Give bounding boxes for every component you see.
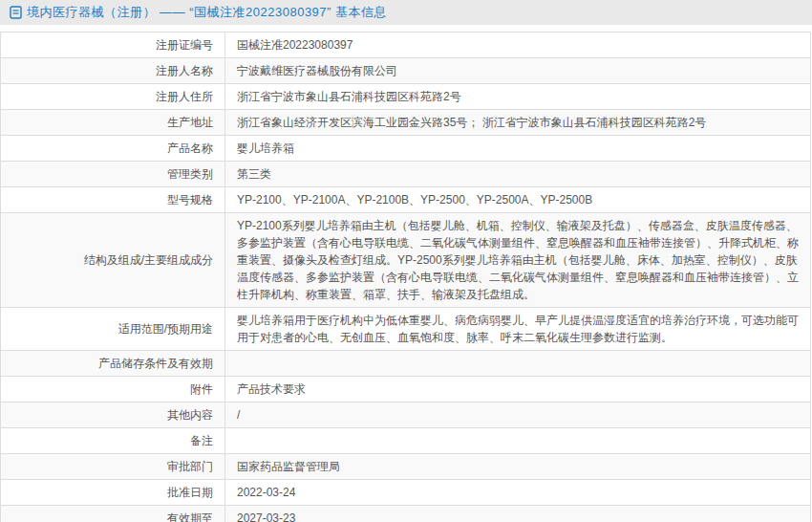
row-value: YP-2100、YP-2100A、YP-2100B、YP-2500、YP-250… (225, 187, 811, 213)
row-value: 国械注准20223080397 (225, 33, 811, 58)
row-label: 其他内容 (1, 402, 225, 428)
table-row: 审批部门 国家药品监督管理局 (1, 454, 811, 480)
table-row: 产品储存条件及有效期 (1, 351, 811, 377)
table-row: 适用范围/预期用途 婴儿培养箱用于医疗机构中为低体重婴儿、病危病弱婴儿、早产儿提… (1, 308, 811, 351)
table-row: 附件 产品技术要求 (1, 377, 811, 402)
row-label: 结构及组成/主要组成成分 (1, 213, 225, 308)
row-value: 产品技术要求 (225, 377, 811, 402)
row-label: 审批部门 (1, 454, 225, 480)
row-label: 注册证编号 (1, 33, 225, 58)
row-value: 浙江省宁波市象山县石浦科技园区科苑路2号 (225, 84, 811, 110)
row-label: 注册人名称 (1, 58, 225, 84)
row-value (225, 428, 811, 454)
table-row: 其他内容 / (1, 402, 811, 428)
table-row: 注册人名称 宁波戴维医疗器械股份有限公司 (1, 58, 811, 84)
basic-info-table: 注册证编号 国械注准20223080397 注册人名称 宁波戴维医疗器械股份有限… (0, 32, 811, 522)
table-row: 注册证编号 国械注准20223080397 (1, 33, 811, 58)
row-value: 宁波戴维医疗器械股份有限公司 (225, 58, 811, 84)
row-value: / (225, 402, 811, 428)
row-value (225, 351, 811, 377)
document-icon (10, 6, 22, 19)
table-row: 型号规格 YP-2100、YP-2100A、YP-2100B、YP-2500、Y… (1, 187, 811, 213)
table-row: 注册人住所 浙江省宁波市象山县石浦科技园区科苑路2号 (1, 84, 811, 110)
row-label: 批准日期 (1, 480, 225, 506)
table-row: 管理类别 第三类 (1, 162, 811, 187)
row-label: 型号规格 (1, 187, 225, 213)
row-value: 浙江省象山经济开发区滨海工业园金兴路35号； 浙江省宁波市象山县石浦科技园区科苑… (225, 110, 811, 136)
table-row: 批准日期 2022-03-24 (1, 480, 811, 506)
row-label: 生产地址 (1, 110, 225, 136)
table-row: 有效期至 2027-03-23 (1, 506, 811, 522)
row-label: 产品名称 (1, 136, 225, 162)
row-label: 备注 (1, 428, 225, 454)
table-row: 备注 (1, 428, 811, 454)
row-value: 2022-03-24 (225, 480, 811, 506)
row-value: 2027-03-23 (225, 506, 811, 522)
row-value: YP-2100系列婴儿培养箱由主机（包括婴儿舱、机箱、控制仪、输液架及托盘）、传… (225, 213, 811, 308)
row-label: 管理类别 (1, 162, 225, 187)
row-label: 附件 (1, 377, 225, 402)
page-title: 境内医疗器械（注册） —— “国械注准20223080397” 基本信息 (27, 4, 387, 21)
table-row: 产品名称 婴儿培养箱 (1, 136, 811, 162)
page-header: 境内医疗器械（注册） —— “国械注准20223080397” 基本信息 (0, 0, 812, 25)
row-label: 有效期至 (1, 506, 225, 522)
row-value: 第三类 (225, 162, 811, 187)
row-value: 婴儿培养箱 (225, 136, 811, 162)
row-label: 产品储存条件及有效期 (1, 351, 225, 377)
row-label: 注册人住所 (1, 84, 225, 110)
row-value: 婴儿培养箱用于医疗机构中为低体重婴儿、病危病弱婴儿、早产儿提供温湿度适宜的培养治… (225, 308, 811, 351)
row-label: 适用范围/预期用途 (1, 308, 225, 351)
table-row: 生产地址 浙江省象山经济开发区滨海工业园金兴路35号； 浙江省宁波市象山县石浦科… (1, 110, 811, 136)
table-row: 结构及组成/主要组成成分 YP-2100系列婴儿培养箱由主机（包括婴儿舱、机箱、… (1, 213, 811, 308)
row-value: 国家药品监督管理局 (225, 454, 811, 480)
